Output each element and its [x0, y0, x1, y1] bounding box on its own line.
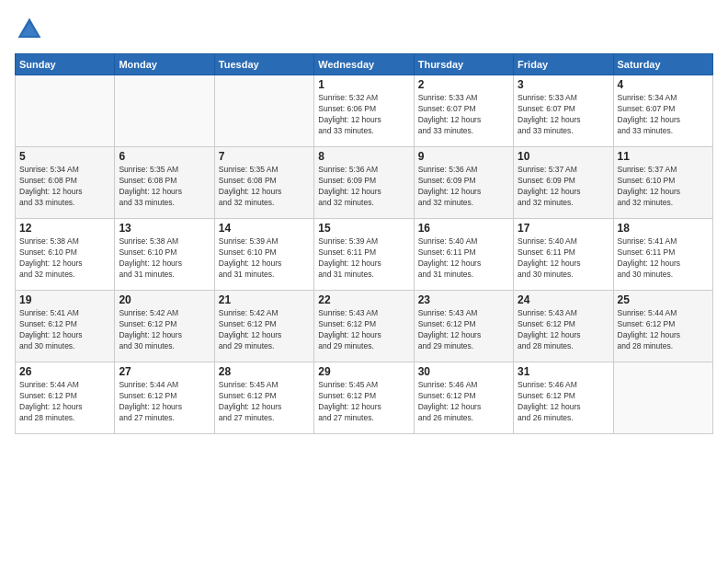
calendar-cell: 16Sunrise: 5:40 AM Sunset: 6:11 PM Dayli…	[414, 219, 513, 291]
day-info: Sunrise: 5:43 AM Sunset: 6:12 PM Dayligh…	[518, 308, 609, 352]
day-info: Sunrise: 5:37 AM Sunset: 6:09 PM Dayligh…	[518, 165, 609, 209]
header	[15, 15, 713, 44]
calendar-cell	[613, 362, 712, 434]
calendar-cell: 2Sunrise: 5:33 AM Sunset: 6:07 PM Daylig…	[414, 75, 513, 147]
day-number: 27	[119, 365, 210, 378]
weekday-header-row: SundayMondayTuesdayWednesdayThursdayFrid…	[16, 54, 713, 75]
calendar-cell: 24Sunrise: 5:43 AM Sunset: 6:12 PM Dayli…	[514, 291, 613, 362]
calendar-cell: 15Sunrise: 5:39 AM Sunset: 6:11 PM Dayli…	[314, 219, 414, 291]
weekday-header-wednesday: Wednesday	[314, 54, 414, 75]
calendar-cell: 23Sunrise: 5:43 AM Sunset: 6:12 PM Dayli…	[414, 291, 513, 362]
calendar-cell: 9Sunrise: 5:36 AM Sunset: 6:09 PM Daylig…	[414, 147, 513, 219]
day-number: 30	[418, 365, 509, 378]
weekday-header-sunday: Sunday	[16, 54, 115, 75]
day-info: Sunrise: 5:34 AM Sunset: 6:08 PM Dayligh…	[19, 165, 110, 209]
day-number: 10	[518, 150, 609, 163]
day-number: 20	[119, 293, 210, 306]
day-number: 11	[618, 150, 709, 163]
day-info: Sunrise: 5:38 AM Sunset: 6:10 PM Dayligh…	[19, 236, 110, 281]
day-number: 24	[518, 293, 609, 306]
week-row-1: 1Sunrise: 5:32 AM Sunset: 6:06 PM Daylig…	[16, 75, 713, 147]
day-number: 7	[219, 150, 310, 163]
day-info: Sunrise: 5:38 AM Sunset: 6:10 PM Dayligh…	[119, 236, 210, 281]
day-info: Sunrise: 5:41 AM Sunset: 6:12 PM Dayligh…	[19, 308, 110, 352]
day-info: Sunrise: 5:42 AM Sunset: 6:12 PM Dayligh…	[119, 308, 210, 352]
day-info: Sunrise: 5:40 AM Sunset: 6:11 PM Dayligh…	[418, 236, 509, 281]
day-number: 14	[219, 222, 310, 235]
day-info: Sunrise: 5:46 AM Sunset: 6:12 PM Dayligh…	[518, 380, 609, 424]
day-number: 13	[119, 222, 210, 235]
calendar-cell: 4Sunrise: 5:34 AM Sunset: 6:07 PM Daylig…	[613, 75, 712, 147]
weekday-header-tuesday: Tuesday	[214, 54, 313, 75]
logo-icon	[15, 15, 44, 44]
calendar-cell: 27Sunrise: 5:44 AM Sunset: 6:12 PM Dayli…	[115, 362, 214, 434]
day-info: Sunrise: 5:44 AM Sunset: 6:12 PM Dayligh…	[119, 380, 210, 424]
week-row-5: 26Sunrise: 5:44 AM Sunset: 6:12 PM Dayli…	[16, 362, 713, 434]
day-number: 23	[418, 293, 509, 306]
day-info: Sunrise: 5:36 AM Sunset: 6:09 PM Dayligh…	[318, 165, 409, 209]
day-number: 3	[518, 78, 609, 91]
week-row-4: 19Sunrise: 5:41 AM Sunset: 6:12 PM Dayli…	[16, 291, 713, 362]
weekday-header-monday: Monday	[115, 54, 214, 75]
calendar-cell: 14Sunrise: 5:39 AM Sunset: 6:10 PM Dayli…	[214, 219, 313, 291]
calendar-cell	[115, 75, 214, 147]
calendar-cell: 8Sunrise: 5:36 AM Sunset: 6:09 PM Daylig…	[314, 147, 414, 219]
day-number: 31	[518, 365, 609, 378]
week-row-2: 5Sunrise: 5:34 AM Sunset: 6:08 PM Daylig…	[16, 147, 713, 219]
day-info: Sunrise: 5:42 AM Sunset: 6:12 PM Dayligh…	[219, 308, 310, 352]
weekday-header-friday: Friday	[514, 54, 613, 75]
day-number: 9	[418, 150, 509, 163]
day-info: Sunrise: 5:41 AM Sunset: 6:11 PM Dayligh…	[618, 236, 709, 281]
page: SundayMondayTuesdayWednesdayThursdayFrid…	[0, 0, 728, 563]
calendar-cell: 11Sunrise: 5:37 AM Sunset: 6:10 PM Dayli…	[613, 147, 712, 219]
day-info: Sunrise: 5:43 AM Sunset: 6:12 PM Dayligh…	[418, 308, 509, 352]
calendar-cell: 13Sunrise: 5:38 AM Sunset: 6:10 PM Dayli…	[115, 219, 214, 291]
weekday-header-saturday: Saturday	[613, 54, 712, 75]
calendar-cell: 5Sunrise: 5:34 AM Sunset: 6:08 PM Daylig…	[16, 147, 115, 219]
calendar-cell: 25Sunrise: 5:44 AM Sunset: 6:12 PM Dayli…	[613, 291, 712, 362]
day-number: 19	[19, 293, 110, 306]
day-number: 2	[418, 78, 509, 91]
day-info: Sunrise: 5:35 AM Sunset: 6:08 PM Dayligh…	[219, 165, 310, 209]
day-info: Sunrise: 5:33 AM Sunset: 6:07 PM Dayligh…	[518, 93, 609, 137]
day-info: Sunrise: 5:45 AM Sunset: 6:12 PM Dayligh…	[219, 380, 310, 424]
day-number: 18	[618, 222, 709, 235]
day-number: 15	[318, 222, 409, 235]
weekday-header-thursday: Thursday	[414, 54, 513, 75]
calendar-cell: 10Sunrise: 5:37 AM Sunset: 6:09 PM Dayli…	[514, 147, 613, 219]
day-info: Sunrise: 5:35 AM Sunset: 6:08 PM Dayligh…	[119, 165, 210, 209]
calendar-cell: 21Sunrise: 5:42 AM Sunset: 6:12 PM Dayli…	[214, 291, 313, 362]
day-info: Sunrise: 5:40 AM Sunset: 6:11 PM Dayligh…	[518, 236, 609, 281]
calendar-cell: 22Sunrise: 5:43 AM Sunset: 6:12 PM Dayli…	[314, 291, 414, 362]
day-number: 21	[219, 293, 310, 306]
day-info: Sunrise: 5:33 AM Sunset: 6:07 PM Dayligh…	[418, 93, 509, 137]
logo	[15, 15, 48, 44]
calendar-cell: 19Sunrise: 5:41 AM Sunset: 6:12 PM Dayli…	[16, 291, 115, 362]
day-info: Sunrise: 5:39 AM Sunset: 6:11 PM Dayligh…	[318, 236, 409, 281]
week-row-3: 12Sunrise: 5:38 AM Sunset: 6:10 PM Dayli…	[16, 219, 713, 291]
calendar-cell: 7Sunrise: 5:35 AM Sunset: 6:08 PM Daylig…	[214, 147, 313, 219]
day-number: 6	[119, 150, 210, 163]
calendar-cell: 12Sunrise: 5:38 AM Sunset: 6:10 PM Dayli…	[16, 219, 115, 291]
calendar-cell: 6Sunrise: 5:35 AM Sunset: 6:08 PM Daylig…	[115, 147, 214, 219]
calendar-cell	[16, 75, 115, 147]
day-number: 26	[19, 365, 110, 378]
calendar-cell: 17Sunrise: 5:40 AM Sunset: 6:11 PM Dayli…	[514, 219, 613, 291]
day-number: 1	[318, 78, 409, 91]
day-number: 17	[518, 222, 609, 235]
day-number: 22	[318, 293, 409, 306]
calendar-cell	[214, 75, 313, 147]
day-number: 16	[418, 222, 509, 235]
day-number: 29	[318, 365, 409, 378]
day-info: Sunrise: 5:36 AM Sunset: 6:09 PM Dayligh…	[418, 165, 509, 209]
day-info: Sunrise: 5:46 AM Sunset: 6:12 PM Dayligh…	[418, 380, 509, 424]
calendar-cell: 18Sunrise: 5:41 AM Sunset: 6:11 PM Dayli…	[613, 219, 712, 291]
calendar: SundayMondayTuesdayWednesdayThursdayFrid…	[15, 53, 713, 434]
calendar-cell: 29Sunrise: 5:45 AM Sunset: 6:12 PM Dayli…	[314, 362, 414, 434]
calendar-cell: 3Sunrise: 5:33 AM Sunset: 6:07 PM Daylig…	[514, 75, 613, 147]
calendar-cell: 20Sunrise: 5:42 AM Sunset: 6:12 PM Dayli…	[115, 291, 214, 362]
day-info: Sunrise: 5:44 AM Sunset: 6:12 PM Dayligh…	[618, 308, 709, 352]
day-number: 25	[618, 293, 709, 306]
day-info: Sunrise: 5:37 AM Sunset: 6:10 PM Dayligh…	[618, 165, 709, 209]
day-info: Sunrise: 5:43 AM Sunset: 6:12 PM Dayligh…	[318, 308, 409, 352]
